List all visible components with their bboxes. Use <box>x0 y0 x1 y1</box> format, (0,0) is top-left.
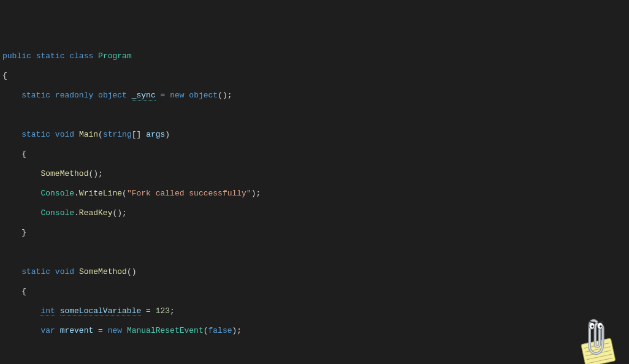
code-line: { <box>2 287 629 297</box>
code-line <box>2 346 629 355</box>
code-line: static void Main(string[] args) <box>2 130 629 140</box>
code-line: } <box>2 228 629 238</box>
code-line <box>2 248 629 257</box>
code-line: Console.WriteLine("Fork called successfu… <box>2 189 629 199</box>
code-line: static void SomeMethod() <box>2 267 629 277</box>
code-line: { <box>2 150 629 159</box>
svg-point-9 <box>600 325 602 328</box>
code-line: public static class Program <box>2 51 629 61</box>
code-line <box>2 110 629 120</box>
code-line: static readonly object _sync = new objec… <box>2 91 629 100</box>
code-line: Console.ReadKey(); <box>2 208 629 218</box>
code-line: int someLocalVariable = 123; <box>2 306 629 316</box>
code-editor[interactable]: public static class Program { static rea… <box>2 42 629 364</box>
code-line: SomeMethod(); <box>2 169 629 179</box>
code-line: var mrevent = new ManualResetEvent(false… <box>2 326 629 336</box>
svg-point-8 <box>592 325 594 328</box>
code-line: { <box>2 71 629 81</box>
clippy-assistant-icon[interactable] <box>566 304 622 359</box>
